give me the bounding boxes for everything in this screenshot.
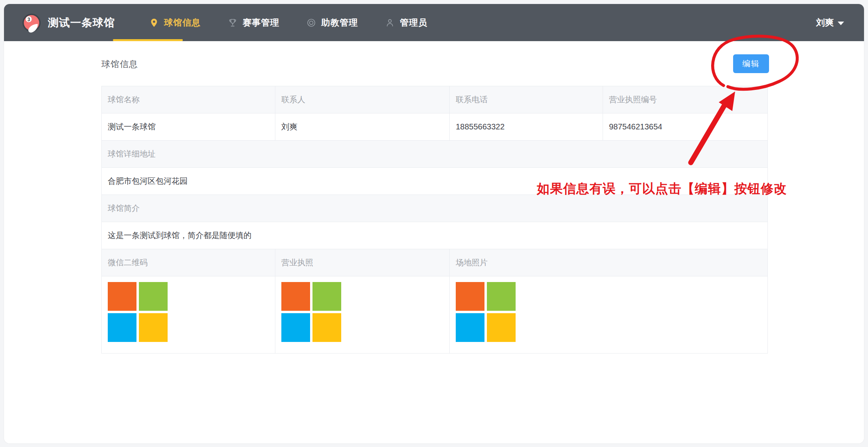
venue-info-table: 球馆名称 联系人 联系电话 营业执照编号 测试一条球馆 刘爽 188556633… [101, 86, 768, 354]
value-intro: 这是一条测试到球馆，简介都是随便填的 [102, 222, 767, 249]
header-license-no: 营业执照编号 [603, 86, 767, 113]
venue-photo-cell [450, 276, 767, 353]
venue-photo-image[interactable] [456, 282, 516, 342]
header-venue-photos: 场地照片 [450, 249, 767, 276]
person-icon [385, 18, 395, 28]
app-title: 测试一条球馆 [48, 16, 115, 30]
wechat-qr-cell [102, 276, 275, 353]
table-image-row [102, 276, 767, 354]
app-card: 3 测试一条球馆 球馆信息 赛事管理 [4, 4, 864, 443]
tab-label: 球馆信息 [164, 17, 201, 29]
billiard-ball-logo: 3 [22, 13, 42, 33]
image-square [487, 282, 516, 311]
header-intro: 球馆简介 [102, 195, 767, 222]
tab-label: 助教管理 [321, 17, 358, 29]
image-square [312, 282, 341, 311]
image-square [456, 282, 484, 311]
tab-event-management[interactable]: 赛事管理 [228, 4, 279, 41]
table-header-row: 微信二维码 营业执照 场地照片 [102, 249, 767, 276]
tab-venue-info[interactable]: 球馆信息 [149, 4, 201, 41]
business-license-image[interactable] [281, 282, 341, 342]
table-header-row: 球馆详细地址 [102, 141, 767, 168]
image-square [312, 313, 341, 342]
edit-button[interactable]: 编辑 [733, 54, 769, 73]
header-address: 球馆详细地址 [102, 141, 767, 167]
image-square [139, 282, 168, 311]
business-license-cell [275, 276, 450, 353]
double-circle-icon [306, 18, 316, 28]
image-square [281, 313, 310, 342]
active-tab-underline [113, 39, 183, 41]
header-contact: 联系人 [275, 86, 450, 113]
tab-label: 管理员 [400, 17, 427, 29]
table-value-row: 合肥市包河区包河花园 [102, 168, 767, 195]
image-square [487, 313, 516, 342]
table-value-row: 测试一条球馆 刘爽 18855663322 987546213654 [102, 113, 767, 141]
header-venue-name: 球馆名称 [102, 86, 275, 113]
image-square [108, 282, 136, 311]
user-name: 刘爽 [816, 17, 834, 29]
location-pin-icon [149, 18, 159, 28]
header-phone: 联系电话 [450, 86, 603, 113]
user-menu[interactable]: 刘爽 [816, 17, 844, 29]
tab-administrator[interactable]: 管理员 [385, 4, 427, 41]
tab-label: 赛事管理 [243, 17, 279, 29]
tab-assistant-management[interactable]: 助教管理 [306, 4, 358, 41]
ball-number: 3 [28, 16, 30, 22]
value-license-no: 987546213654 [603, 113, 767, 140]
chevron-down-icon [838, 22, 844, 25]
value-address: 合肥市包河区包河花园 [102, 168, 767, 195]
top-navbar: 3 测试一条球馆 球馆信息 赛事管理 [4, 4, 864, 41]
main-nav: 球馆信息 赛事管理 助教管理 [149, 4, 427, 41]
table-value-row: 这是一条测试到球馆，简介都是随便填的 [102, 222, 767, 249]
value-contact: 刘爽 [275, 113, 450, 140]
image-square [108, 313, 136, 342]
value-phone: 18855663322 [450, 113, 603, 140]
trophy-icon [228, 18, 237, 28]
image-square [456, 313, 484, 342]
wechat-qr-image[interactable] [108, 282, 168, 342]
header-wechat-qr: 微信二维码 [102, 249, 275, 276]
table-header-row: 球馆名称 联系人 联系电话 营业执照编号 [102, 86, 767, 113]
value-venue-name: 测试一条球馆 [102, 113, 275, 140]
page-title: 球馆信息 [101, 58, 138, 70]
image-square [281, 282, 310, 311]
image-square [139, 313, 168, 342]
header-business-license: 营业执照 [275, 249, 450, 276]
table-header-row: 球馆简介 [102, 195, 767, 222]
